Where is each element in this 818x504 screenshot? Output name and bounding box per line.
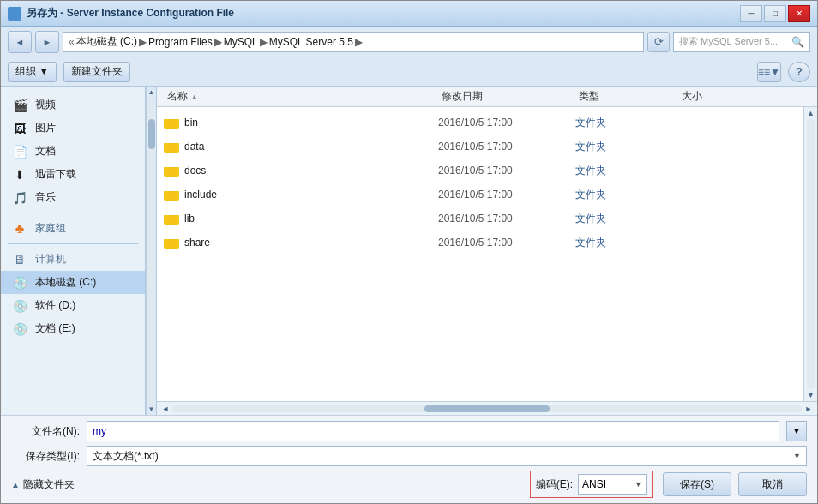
- encoding-select[interactable]: ANSI ▼: [578, 474, 647, 495]
- drive-d-icon: 💿: [11, 299, 28, 313]
- sidebar-item-pictures[interactable]: 🖼 图片: [1, 117, 145, 140]
- sidebar-label-documents: 文档: [35, 144, 56, 159]
- col-header-type[interactable]: 类型: [575, 89, 678, 104]
- file-name-cell: include: [164, 189, 438, 201]
- sidebar-item-videos[interactable]: 🎬 视频: [1, 93, 145, 117]
- organize-button[interactable]: 组织 ▼: [8, 62, 57, 82]
- toggle-icon: ▲: [11, 480, 20, 489]
- sidebar-item-computer[interactable]: 🖥 计算机: [1, 248, 145, 271]
- toggle-hide-folders[interactable]: ▲ 隐藏文件夹: [11, 477, 75, 492]
- encoding-dropdown-arrow: ▼: [635, 480, 642, 489]
- file-date: 2016/10/5 17:00: [438, 117, 575, 129]
- file-row[interactable]: lib 2016/10/5 17:00 文件夹: [157, 207, 803, 231]
- col-header-size[interactable]: 大小: [678, 89, 747, 104]
- sidebar-label-drive-e: 文档 (E:): [35, 321, 75, 336]
- col-header-name[interactable]: 名称 ▲: [164, 89, 438, 104]
- sidebar-item-music[interactable]: 🎵 音乐: [1, 186, 145, 209]
- h-scroll-right[interactable]: ►: [802, 404, 815, 414]
- file-name-cell: docs: [164, 165, 438, 177]
- window-title-text: 另存为: [27, 7, 57, 19]
- address-bar: ◄ ► « 本地磁盘 (C:) ▶ Program Files ▶ MySQL …: [1, 27, 817, 57]
- sidebar-item-documents[interactable]: 📄 文档: [1, 140, 145, 163]
- sidebar-divider1: [8, 213, 138, 213]
- file-name: share: [184, 237, 210, 249]
- col-header-date[interactable]: 修改日期: [438, 89, 575, 104]
- folder-icon: [164, 117, 179, 129]
- sidebar-item-drive-e[interactable]: 💿 文档 (E:): [1, 317, 145, 340]
- cancel-button[interactable]: 取消: [738, 472, 807, 496]
- folder-icon: [164, 213, 179, 225]
- file-row[interactable]: share 2016/10/5 17:00 文件夹: [157, 231, 803, 255]
- sidebar-scroll-track: [148, 98, 155, 404]
- file-row[interactable]: docs 2016/10/5 17:00 文件夹: [157, 159, 803, 183]
- sidebar-label-pictures: 图片: [35, 121, 56, 135]
- maximize-button[interactable]: □: [764, 5, 786, 22]
- column-headers: 名称 ▲ 修改日期 类型 大小: [157, 87, 817, 107]
- view-button[interactable]: ≡≡▼: [757, 62, 781, 82]
- filename-row: 文件名(N): ▼: [11, 421, 807, 441]
- sidebar-item-thunder[interactable]: ⬇ 迅雷下载: [1, 163, 145, 186]
- search-box[interactable]: 搜索 MySQL Server 5... 🔍: [673, 32, 810, 52]
- file-name: lib: [184, 213, 195, 225]
- vertical-scrollbar[interactable]: ▲ ▼: [803, 107, 817, 401]
- file-area-wrapper: bin 2016/10/5 17:00 文件夹 data 2016/10/5 1…: [157, 107, 817, 401]
- filename-input[interactable]: [87, 421, 779, 441]
- sidebar-label-drive-d: 软件 (D:): [35, 298, 75, 313]
- sidebar-scrollbar[interactable]: ▲ ▼: [146, 87, 156, 415]
- forward-button[interactable]: ►: [35, 31, 59, 53]
- file-date: 2016/10/5 17:00: [438, 141, 575, 153]
- help-button[interactable]: ?: [788, 62, 810, 82]
- encoding-label: 编码(E):: [536, 477, 573, 492]
- sidebar-scroll-up[interactable]: ▲: [148, 88, 155, 96]
- save-button[interactable]: 保存(S): [663, 472, 731, 496]
- file-date: 2016/10/5 17:00: [438, 165, 575, 177]
- sidebar-label-drive-c: 本地磁盘 (C:): [35, 275, 96, 290]
- minimize-button[interactable]: ─: [740, 5, 762, 22]
- window-icon: [8, 7, 21, 21]
- address-input[interactable]: « 本地磁盘 (C:) ▶ Program Files ▶ MySQL ▶ My…: [63, 32, 644, 52]
- filename-label: 文件名(N):: [11, 424, 80, 439]
- refresh-button[interactable]: ⟳: [647, 32, 670, 52]
- file-type: 文件夹: [575, 236, 678, 250]
- sidebar-item-drive-d[interactable]: 💿 软件 (D:): [1, 294, 145, 317]
- sidebar-item-drive-c[interactable]: 💿 本地磁盘 (C:): [1, 271, 145, 294]
- close-button[interactable]: ✕: [788, 5, 810, 22]
- scroll-up-arrow[interactable]: ▲: [805, 107, 817, 119]
- file-list: bin 2016/10/5 17:00 文件夹 data 2016/10/5 1…: [157, 107, 803, 401]
- address-path: « 本地磁盘 (C:) ▶ Program Files ▶ MySQL ▶ My…: [69, 34, 363, 49]
- file-row[interactable]: include 2016/10/5 17:00 文件夹: [157, 183, 803, 207]
- filetype-label: 保存类型(I):: [11, 449, 80, 464]
- file-row[interactable]: bin 2016/10/5 17:00 文件夹: [157, 111, 803, 135]
- file-name-cell: lib: [164, 213, 438, 225]
- file-name: bin: [184, 117, 198, 129]
- sort-arrow: ▲: [190, 93, 198, 101]
- computer-icon: 🖥: [11, 253, 28, 267]
- file-row[interactable]: data 2016/10/5 17:00 文件夹: [157, 135, 803, 159]
- filetype-row: 保存类型(I): 文本文档(*.txt) ▼: [11, 446, 807, 466]
- search-placeholder: 搜索 MySQL Server 5...: [679, 35, 791, 48]
- filename-dropdown[interactable]: ▼: [786, 421, 807, 441]
- horizontal-scrollbar[interactable]: ◄ ►: [157, 401, 817, 415]
- file-name: docs: [184, 165, 206, 177]
- sidebar-item-homegroup[interactable]: ♣ 家庭组: [1, 217, 145, 240]
- folder-icon: [164, 165, 179, 177]
- h-scroll-track: [172, 405, 802, 412]
- file-date: 2016/10/5 17:00: [438, 189, 575, 201]
- encoding-value: ANSI: [582, 478, 606, 490]
- toolbar: 组织 ▼ 新建文件夹 ≡≡▼ ?: [1, 57, 817, 87]
- filetype-select[interactable]: 文本文档(*.txt) ▼: [87, 446, 807, 466]
- folder-icon: [164, 141, 179, 153]
- title-controls: ─ □ ✕: [740, 5, 810, 22]
- homegroup-icon: ♣: [11, 222, 28, 236]
- filetype-dropdown-arrow: ▼: [793, 452, 801, 460]
- scroll-down-arrow[interactable]: ▼: [805, 389, 817, 401]
- window-title: 另存为 - Server Instance Configuration File: [27, 6, 234, 21]
- back-button[interactable]: ◄: [8, 31, 32, 53]
- sidebar-label-thunder: 迅雷下载: [35, 167, 76, 182]
- new-folder-button[interactable]: 新建文件夹: [63, 62, 130, 82]
- bottom-section: 文件名(N): ▼ 保存类型(I): 文本文档(*.txt) ▼ ▲ 隐藏文件夹…: [1, 415, 817, 503]
- file-date: 2016/10/5 17:00: [438, 237, 575, 249]
- sidebar-scroll-down[interactable]: ▼: [148, 405, 155, 413]
- h-scroll-left[interactable]: ◄: [159, 404, 172, 414]
- thunder-icon: ⬇: [11, 168, 28, 182]
